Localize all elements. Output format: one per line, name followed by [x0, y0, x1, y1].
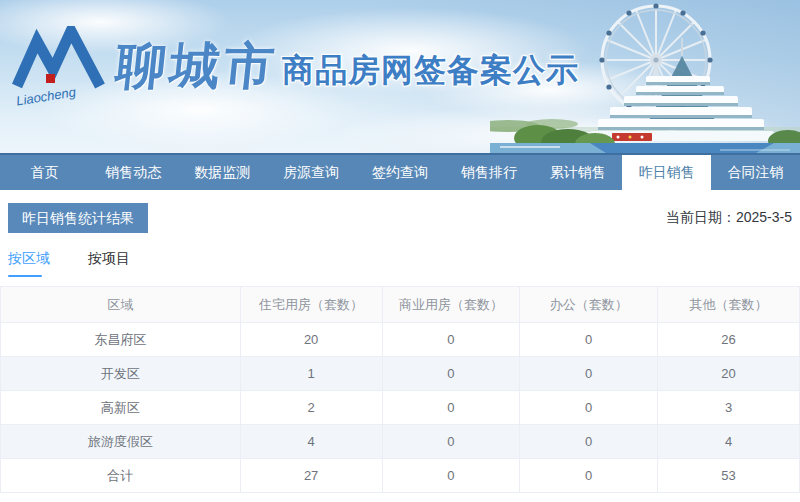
cell-value: 27	[240, 459, 382, 493]
cell-value: 20	[240, 323, 382, 357]
brand: Liaocheng 聊城市 商品房网签备案公示	[12, 26, 579, 106]
cell-value: 0	[520, 391, 658, 425]
cell-value: 0	[520, 459, 658, 493]
logo-wordmark: Liaocheng	[15, 84, 77, 106]
cell-region: 开发区	[1, 357, 241, 391]
table-header-row: 区域 住宅用房（套数） 商业用房（套数） 办公（套数） 其他（套数）	[1, 287, 800, 323]
cell-value: 1	[240, 357, 382, 391]
cell-region: 合计	[1, 459, 241, 493]
city-name-calligraphy: 聊城市	[113, 41, 280, 91]
nav-item-signing-query[interactable]: 签约查询	[356, 155, 445, 190]
nav-item-housing-query[interactable]: 房源查询	[267, 155, 356, 190]
col-header-commercial: 商业用房（套数）	[382, 287, 520, 323]
nav-item-data-monitor[interactable]: 数据监测	[178, 155, 267, 190]
section-title-badge: 昨日销售统计结果	[8, 203, 148, 233]
nav-item-sales-dynamics[interactable]: 销售动态	[89, 155, 178, 190]
cell-value: 0	[382, 391, 520, 425]
cell-value: 4	[240, 425, 382, 459]
cell-value: 0	[382, 323, 520, 357]
sales-stats-table: 区域 住宅用房（套数） 商业用房（套数） 办公（套数） 其他（套数） 东昌府区 …	[0, 286, 800, 493]
tab-by-project[interactable]: 按项目	[88, 249, 130, 277]
cell-value: 26	[658, 323, 800, 357]
nav-item-yesterday-sales[interactable]: 昨日销售	[622, 155, 711, 190]
col-header-residential: 住宅用房（套数）	[240, 287, 382, 323]
table-row: 高新区 2 0 0 3	[1, 391, 800, 425]
cell-region: 东昌府区	[1, 323, 241, 357]
site-title: 商品房网签备案公示	[282, 54, 579, 86]
col-header-office: 办公（套数）	[520, 287, 658, 323]
cell-value: 0	[520, 357, 658, 391]
cell-value: 53	[658, 459, 800, 493]
cell-value: 4	[658, 425, 800, 459]
liaocheng-logo: Liaocheng	[12, 26, 108, 106]
nav-item-contract-cancel[interactable]: 合同注销	[711, 155, 800, 190]
cell-region: 旅游度假区	[1, 425, 241, 459]
cell-value: 2	[240, 391, 382, 425]
table-row: 开发区 1 0 0 20	[1, 357, 800, 391]
site-header: Liaocheng 聊城市 商品房网签备案公示	[0, 0, 800, 153]
main-nav: 首页 销售动态 数据监测 房源查询 签约查询 销售排行 累计销售 昨日销售 合同…	[0, 153, 800, 190]
cell-value: 0	[382, 459, 520, 493]
cell-value: 0	[520, 323, 658, 357]
table-row: 旅游度假区 4 0 0 4	[1, 425, 800, 459]
cell-value: 3	[658, 391, 800, 425]
nav-item-sales-ranking[interactable]: 销售排行	[444, 155, 533, 190]
tab-by-region[interactable]: 按区域	[8, 249, 50, 277]
main-content: 昨日销售统计结果 当前日期：2025-3-5 按区域 按项目 区域 住宅用房（套…	[0, 190, 800, 493]
cell-value: 0	[382, 425, 520, 459]
current-date-label: 当前日期：2025-3-5	[666, 209, 792, 227]
table-row: 东昌府区 20 0 0 26	[1, 323, 800, 357]
table-row-total: 合计 27 0 0 53	[1, 459, 800, 493]
col-header-other: 其他（套数）	[658, 287, 800, 323]
col-header-region: 区域	[1, 287, 241, 323]
cell-value: 0	[520, 425, 658, 459]
view-tabs: 按区域 按项目	[8, 249, 800, 277]
nav-item-home[interactable]: 首页	[0, 155, 89, 190]
cell-value: 0	[382, 357, 520, 391]
cell-value: 20	[658, 357, 800, 391]
nav-item-total-sales[interactable]: 累计销售	[533, 155, 622, 190]
cell-region: 高新区	[1, 391, 241, 425]
